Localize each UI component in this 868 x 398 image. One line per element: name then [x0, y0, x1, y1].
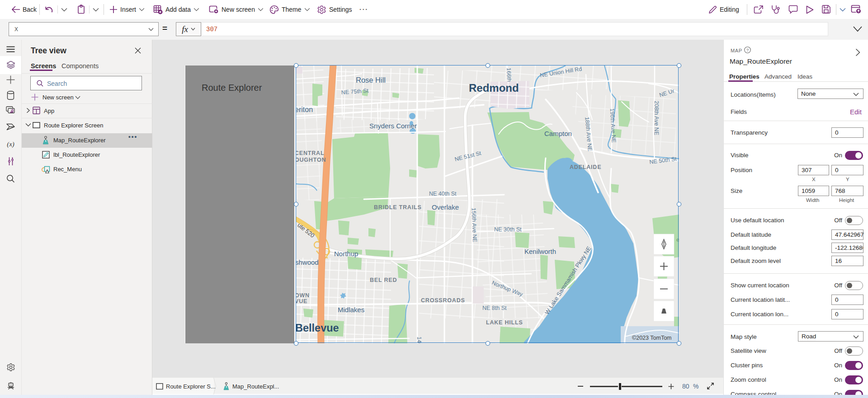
svg-text:Kenilworth: Kenilworth: [524, 248, 556, 255]
svg-text:NE 40th St: NE 40th St: [429, 191, 457, 197]
svg-text:Snyders Corner: Snyders Corner: [369, 122, 417, 130]
svg-text:Campton: Campton: [544, 130, 572, 137]
svg-text:e: e: [676, 236, 679, 243]
svg-text:VUE: VUE: [296, 298, 307, 304]
svg-text:shwood: shwood: [296, 258, 319, 266]
svg-text:Rose Hill: Rose Hill: [356, 76, 386, 84]
svg-text:?: ?: [746, 47, 749, 52]
svg-text:CROSSROADS: CROSSROADS: [421, 297, 465, 304]
svg-text:BEL RED: BEL RED: [370, 277, 397, 283]
svg-text:140: 140: [416, 337, 422, 343]
svg-text:NE 8th St: NE 8th St: [482, 305, 507, 311]
svg-text:LAKE HILLS: LAKE HILLS: [486, 319, 523, 326]
svg-text:eriton: eriton: [296, 106, 313, 113]
svg-text:NE 30th St: NE 30th St: [494, 226, 522, 233]
svg-text:CENTRAL: CENTRAL: [296, 150, 324, 156]
svg-text:Bellevue: Bellevue: [296, 322, 339, 334]
svg-text:166th: 166th: [505, 68, 512, 82]
svg-text:BRIDLE TRAILS: BRIDLE TRAILS: [374, 204, 422, 211]
svg-text:156th Ave NE: 156th Ave NE: [471, 208, 478, 243]
svg-text:208th Ave NE: 208th Ave NE: [653, 101, 660, 135]
svg-text:Overlake: Overlake: [432, 203, 459, 211]
svg-text:OWN: OWN: [296, 292, 310, 299]
svg-text:OUGHTON: OUGHTON: [296, 157, 326, 163]
svg-text:Midlakes: Midlakes: [338, 306, 364, 314]
svg-text:Northup: Northup: [334, 250, 358, 258]
svg-text:Redmond: Redmond: [469, 82, 519, 94]
svg-text:ADELAIDE: ADELAIDE: [570, 164, 601, 170]
svg-text:©2023 TomTom: ©2023 TomTom: [632, 335, 672, 341]
